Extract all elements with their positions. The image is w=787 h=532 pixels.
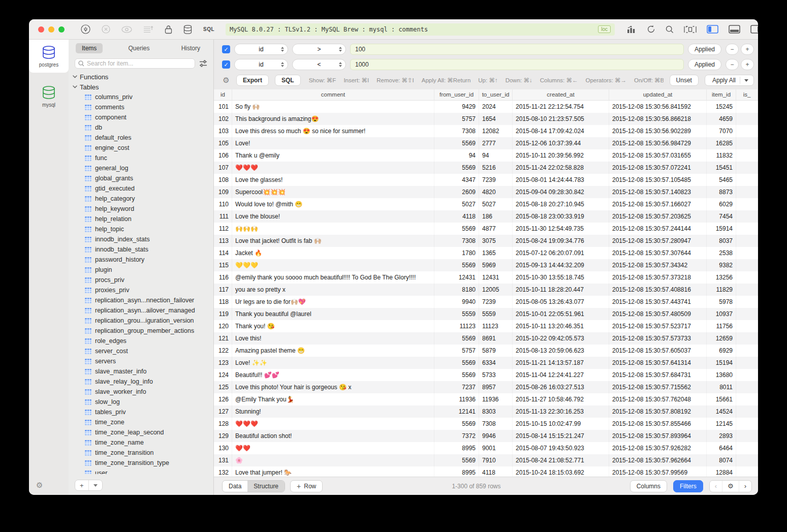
export-button[interactable]: Export [236,75,269,86]
cell-updated_at[interactable]: 2015-12-08 15:30:57.072241 [609,162,707,174]
cell-id[interactable]: 110 [214,198,232,210]
cell-item_id[interactable]: 16285 [707,137,736,149]
cell-updated_at[interactable]: 2015-12-08 15:30:57.031655 [609,149,707,162]
cell-item_id[interactable]: 15245 [707,101,736,113]
cell-id[interactable]: 130 [214,442,232,454]
cell-is_[interactable] [736,393,758,405]
cell-to_user_id[interactable]: 5969 [479,259,513,271]
table-row[interactable]: 113Love that jacket! Outfit is fab 🙌🏼730… [214,235,758,247]
cell-created_at[interactable]: 2015-08-14 15:15:21.247 [513,430,609,442]
cell-created_at[interactable]: 2015-08-10 21:23:57.505 [513,113,609,125]
cell-item_id[interactable]: 2893 [707,430,736,442]
cell-updated_at[interactable]: 2015-12-08 15:30:57.480509 [609,308,707,320]
cell-created_at[interactable]: 2015-11-04 12:24:41.227 [513,369,609,381]
sidebar-item-innodb_table_stats[interactable]: innodb_table_stats [73,244,213,255]
cell-from_user_id[interactable]: 11936 [434,393,479,405]
sidebar-item-replication_group_member_actions[interactable]: replication_group_member_actions [73,326,213,336]
cell-created_at[interactable]: 2015-08-01 14:24:44.783 [513,174,609,186]
sidebar-item-func[interactable]: func [73,153,213,163]
cell-from_user_id[interactable]: 5569 [434,223,479,235]
cell-id[interactable]: 114 [214,247,232,259]
add-item-button[interactable]: + [75,480,88,490]
sidebar-item-help_category[interactable]: help_category [73,194,213,204]
refresh-icon[interactable] [647,25,655,34]
cell-from_user_id[interactable]: 5569 [434,454,479,466]
cell-is_[interactable] [736,101,758,113]
queue-icon[interactable] [143,25,153,33]
cell-created_at[interactable]: 2015-11-24 22:02:58.828 [513,162,609,174]
add-item-menu-button[interactable] [88,480,102,490]
prev-page-button[interactable]: ‹ [710,481,722,492]
sidebar-item-replication_asyn...nnection_failover[interactable]: replication_asyn...nnection_failover [73,295,213,305]
table-row[interactable]: 123Love! ✨✨556963342015-11-21 14:13:57.1… [214,357,758,369]
cell-item_id[interactable]: 5465 [707,174,736,186]
cell-comment[interactable]: Jacket 🔥 [232,247,434,259]
cell-to_user_id[interactable]: 6334 [479,357,513,369]
sidebar-item-help_topic[interactable]: help_topic [73,224,213,234]
column-header-comment[interactable]: comment [232,89,434,100]
minimize-window-button[interactable] [48,26,54,33]
table-row[interactable]: 132Love that jumper! 🐎899541182015-10-24… [214,466,758,477]
cell-comment[interactable]: ❤️❤️ [232,442,434,454]
cell-item_id[interactable]: 9382 [707,259,736,271]
filter-settings-gear-icon[interactable]: ⚙ [222,76,230,85]
cell-created_at[interactable]: 2015-10-11 18:28:20.447 [513,284,609,296]
cell-created_at[interactable]: 2015-11-21 22:12:54.754 [513,101,609,113]
cell-comment[interactable]: Love this photo! Your hair is gorgeous 😘… [232,381,434,393]
cell-comment[interactable]: Thank you! 😘 [232,320,434,332]
sidebar-item-replication_grou...iguration_version[interactable]: replication_grou...iguration_version [73,316,213,326]
cell-from_user_id[interactable]: 8180 [434,284,479,296]
cell-from_user_id[interactable]: 7308 [434,125,479,137]
cell-from_user_id[interactable]: 12431 [434,271,479,284]
cell-is_[interactable] [736,113,758,125]
sidebar-item-slave_master_info[interactable]: slave_master_info [73,366,213,377]
cell-to_user_id[interactable]: 5559 [479,308,513,320]
cell-created_at[interactable]: 2015-10-11 20:39:56.992 [513,149,609,162]
table-row[interactable]: 127Stunning!1214183032015-11-13 22:30:16… [214,405,758,418]
cell-to_user_id[interactable]: 9946 [479,430,513,442]
sidebar-item-replication_asyn...ailover_managed[interactable]: replication_asyn...ailover_managed [73,305,213,316]
sidebar-item-role_edges[interactable]: role_edges [73,336,213,346]
cell-item_id[interactable]: 13256 [707,271,736,284]
table-row[interactable]: 125Love this photo! Your hair is gorgeou… [214,381,758,393]
cell-from_user_id[interactable]: 5757 [434,113,479,125]
apply-all-button[interactable]: Apply All [705,75,754,86]
add-filter-button[interactable]: + [741,59,754,70]
cell-is_[interactable] [736,296,758,308]
cell-item_id[interactable]: 11832 [707,149,736,162]
cell-created_at[interactable]: 2015-08-24 19:09:34.776 [513,235,609,247]
cell-created_at[interactable]: 2015-08-18 20:27:10.945 [513,198,609,210]
cell-comment[interactable]: Supercool💥💥💥 [232,186,434,198]
table-row[interactable]: 102This background is amazing😍5757165420… [214,113,758,125]
connection-postgres[interactable]: postgres [29,40,69,73]
cell-created_at[interactable]: 2015-09-13 14:44:32.209 [513,259,609,271]
cell-from_user_id[interactable]: 5569 [434,418,479,430]
cell-comment[interactable]: This background is amazing😍 [232,113,434,125]
cell-from_user_id[interactable]: 5757 [434,345,479,357]
cell-is_[interactable] [736,405,758,418]
cell-created_at[interactable]: 2015-10-11 13:20:46.351 [513,320,609,332]
cell-from_user_id[interactable]: 5559 [434,308,479,320]
cell-item_id[interactable]: 15914 [707,223,736,235]
cell-to_user_id[interactable]: 5879 [479,345,513,357]
table-row[interactable]: 110Would love to! @mith 😁502750272015-08… [214,198,758,210]
sidebar-item-plugin[interactable]: plugin [73,265,213,275]
cell-created_at[interactable]: 2015-08-13 20:59:06.623 [513,345,609,357]
cell-item_id[interactable]: 12659 [707,332,736,345]
sidebar-item-servers[interactable]: servers [73,356,213,366]
cell-to_user_id[interactable]: 5027 [479,198,513,210]
cell-is_[interactable] [736,381,758,393]
cell-is_[interactable] [736,198,758,210]
cell-item_id[interactable]: 6464 [707,442,736,454]
filter-column-select[interactable]: id [234,59,288,70]
sidebar-item-tables_priv[interactable]: tables_priv [73,407,213,417]
filter-operator-select[interactable]: < [292,59,346,70]
cell-updated_at[interactable]: 2015-12-08 15:30:57.762048 [609,393,707,405]
table-row[interactable]: 108Love the glasses!434772392015-08-01 1… [214,174,758,186]
cell-to_user_id[interactable]: 12005 [479,284,513,296]
cell-updated_at[interactable]: 2015-12-08 15:30:57.408816 [609,284,707,296]
add-filter-button[interactable]: + [741,44,754,55]
cell-comment[interactable]: 💛💛💛 [232,259,434,271]
cell-item_id[interactable]: 12884 [707,466,736,477]
cell-id[interactable]: 118 [214,296,232,308]
